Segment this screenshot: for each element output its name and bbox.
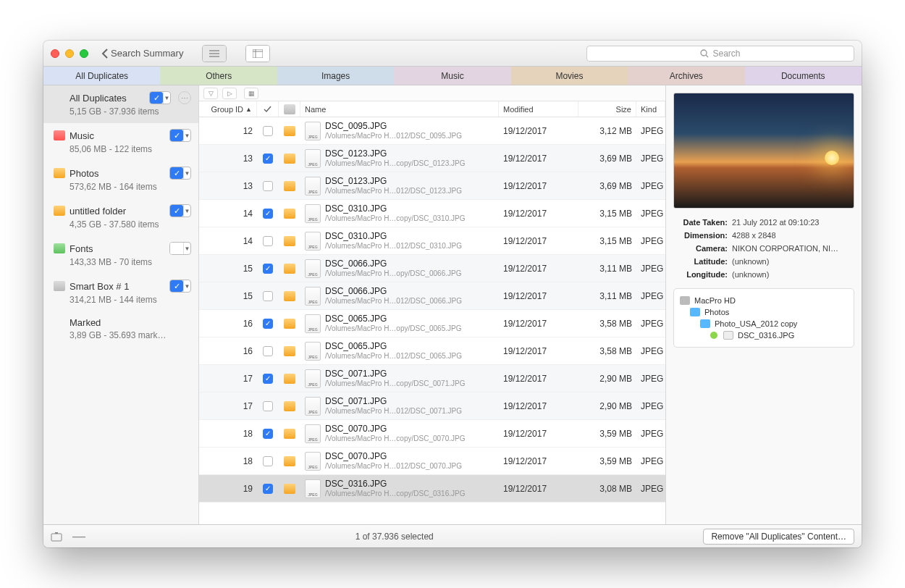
- tab-music[interactable]: Music: [394, 67, 510, 85]
- remove-button[interactable]: Remove "All Duplicates" Content…: [703, 529, 854, 545]
- meta-row: Longitude:(unknown): [673, 268, 854, 281]
- add-source-icon[interactable]: [51, 532, 64, 542]
- cell-kind: JPEG: [636, 456, 665, 466]
- remove-source-icon[interactable]: —: [72, 529, 85, 544]
- col-check[interactable]: [257, 101, 279, 117]
- row-checkbox[interactable]: [263, 181, 273, 191]
- minimize-icon[interactable]: [65, 49, 74, 58]
- col-group-id[interactable]: Group ID ▲: [199, 101, 257, 117]
- search-field[interactable]: Search: [586, 46, 854, 62]
- back-button[interactable]: Search Summary: [101, 48, 183, 59]
- meta-value: (unknown): [732, 257, 854, 266]
- tab-all-duplicates[interactable]: All Duplicates: [43, 67, 160, 85]
- document-icon: [723, 331, 733, 340]
- col-size[interactable]: Size: [578, 101, 636, 117]
- row-checkbox[interactable]: ✓: [263, 374, 273, 384]
- table-row[interactable]: 18JPEGDSC_0070.JPG/Volumes/MacPro H…012/…: [199, 448, 665, 475]
- zoom-icon[interactable]: [80, 49, 88, 58]
- grid-button[interactable]: ▦: [244, 88, 258, 99]
- window-controls: [51, 49, 88, 58]
- col-name[interactable]: Name: [300, 101, 499, 117]
- file-name: DSC_0310.JPG: [325, 232, 462, 242]
- sidebar-checkbox[interactable]: ▼: [169, 242, 191, 255]
- row-checkbox[interactable]: ✓: [263, 154, 273, 164]
- sidebar-item-fonts[interactable]: Fonts▼143,33 MB - 70 items: [43, 236, 198, 274]
- path-row[interactable]: Photo_USA_2012 copy: [680, 318, 848, 329]
- file-name: DSC_0066.JPG: [325, 259, 461, 269]
- row-checkbox[interactable]: [263, 291, 273, 301]
- view-segment-2[interactable]: [245, 45, 270, 62]
- file-list-pane: ▽ ▷ ▦ Group ID ▲ Name Modified Size Kind…: [199, 85, 666, 524]
- cell-kind: JPEG: [636, 126, 665, 136]
- row-checkbox[interactable]: ✓: [263, 209, 273, 219]
- tab-movies[interactable]: Movies: [511, 67, 628, 85]
- row-checkbox[interactable]: [263, 346, 273, 356]
- filter-button[interactable]: ▽: [203, 88, 218, 99]
- view-segment-1[interactable]: [202, 45, 227, 62]
- close-icon[interactable]: [51, 49, 59, 58]
- row-checkbox[interactable]: [263, 126, 273, 136]
- table-row[interactable]: 14✓JPEGDSC_0310.JPG/Volumes/MacPro H…cop…: [199, 200, 665, 227]
- gear-icon[interactable]: ⋯: [178, 91, 191, 104]
- sidebar-checkbox[interactable]: ✓▼: [169, 280, 191, 293]
- tab-documents[interactable]: Documents: [745, 67, 862, 85]
- sidebar-item-untitled-folder[interactable]: untitled folder✓▼4,35 GB - 37.580 items: [43, 198, 198, 236]
- table-row[interactable]: 16✓JPEGDSC_0065.JPG/Volumes/MacPro H…opy…: [199, 310, 665, 337]
- sidebar-checkbox[interactable]: ✓▼: [149, 91, 171, 104]
- row-checkbox[interactable]: ✓: [263, 429, 273, 439]
- col-folder[interactable]: [279, 101, 300, 117]
- sidebar-checkbox[interactable]: ✓▼: [169, 129, 191, 142]
- sidebar-item-music[interactable]: Music✓▼85,06 MB - 122 items: [43, 123, 198, 161]
- row-checkbox[interactable]: [263, 456, 273, 466]
- folder-icon: [284, 236, 295, 246]
- path-row[interactable]: Photos: [680, 306, 848, 318]
- cell-group-id: 18: [199, 456, 257, 466]
- row-checkbox[interactable]: ✓: [263, 319, 273, 329]
- table-row[interactable]: 13JPEGDSC_0123.JPG/Volumes/MacPro H…012/…: [199, 172, 665, 200]
- file-path: /Volumes/MacPro H…012/DSC_0095.JPG: [325, 132, 462, 140]
- sidebar-item-all-duplicates[interactable]: All Duplicates✓▼⋯5,15 GB - 37.936 items: [43, 85, 198, 123]
- cell-size: 3,59 MB: [578, 429, 636, 439]
- table-row[interactable]: 14JPEGDSC_0310.JPG/Volumes/MacPro H…012/…: [199, 227, 665, 255]
- table-row[interactable]: 12JPEGDSC_0095.JPG/Volumes/MacPro H…012/…: [199, 117, 665, 145]
- svg-rect-0: [253, 49, 263, 58]
- sidebar-item-label: All Duplicates: [70, 93, 145, 104]
- path-row[interactable]: MacPro HD: [680, 295, 848, 306]
- table-row[interactable]: 18✓JPEGDSC_0070.JPG/Volumes/MacPro H…cop…: [199, 420, 665, 448]
- tab-images[interactable]: Images: [277, 67, 394, 85]
- file-name: DSC_0123.JPG: [325, 177, 462, 187]
- table-row[interactable]: 15✓JPEGDSC_0066.JPG/Volumes/MacPro H…opy…: [199, 255, 665, 282]
- row-checkbox[interactable]: [263, 401, 273, 411]
- sidebar-item-label: Smart Box # 1: [70, 281, 165, 292]
- view-list-button[interactable]: [203, 46, 226, 62]
- file-path: /Volumes/MacPro H…copy/DSC_0123.JPG: [325, 159, 465, 168]
- row-checkbox[interactable]: [263, 236, 273, 246]
- row-checkbox[interactable]: ✓: [263, 484, 273, 494]
- table-row[interactable]: 16JPEGDSC_0065.JPG/Volumes/MacPro H…012/…: [199, 337, 665, 365]
- tab-others[interactable]: Others: [160, 67, 277, 85]
- row-checkbox[interactable]: ✓: [263, 264, 273, 274]
- sidebar-item-smart-box-1[interactable]: Smart Box # 1✓▼314,21 MB - 144 items: [43, 274, 198, 311]
- file-name: DSC_0066.JPG: [325, 287, 462, 297]
- tab-archives[interactable]: Archives: [628, 67, 744, 85]
- jpeg-icon: JPEG: [305, 287, 321, 306]
- col-kind[interactable]: Kind: [636, 101, 665, 117]
- file-path: /Volumes/MacPro H…copy/DSC_0070.JPG: [325, 434, 465, 443]
- path-row[interactable]: DSC_0316.JPG: [680, 329, 848, 341]
- cell-kind: JPEG: [636, 374, 665, 384]
- file-path: /Volumes/MacPro H…copy/DSC_0071.JPG: [325, 379, 465, 388]
- col-modified[interactable]: Modified: [499, 101, 578, 117]
- file-path: /Volumes/MacPro H…copy/DSC_0310.JPG: [325, 214, 465, 223]
- view-columns-button[interactable]: [246, 46, 269, 62]
- play-button[interactable]: ▷: [222, 88, 237, 99]
- sidebar-item-photos[interactable]: Photos✓▼573,62 MB - 164 items: [43, 161, 198, 198]
- sidebar-checkbox[interactable]: ✓▼: [169, 167, 191, 180]
- table-row[interactable]: 17✓JPEGDSC_0071.JPG/Volumes/MacPro H…cop…: [199, 365, 665, 392]
- table-rows[interactable]: 12JPEGDSC_0095.JPG/Volumes/MacPro H…012/…: [199, 117, 665, 524]
- table-row[interactable]: 19✓JPEGDSC_0316.JPG/Volumes/MacPro H…cop…: [199, 475, 665, 503]
- table-row[interactable]: 17JPEGDSC_0071.JPG/Volumes/MacPro H…012/…: [199, 392, 665, 420]
- table-row[interactable]: 15JPEGDSC_0066.JPG/Volumes/MacPro H…012/…: [199, 282, 665, 310]
- table-row[interactable]: 13✓JPEGDSC_0123.JPG/Volumes/MacPro H…cop…: [199, 145, 665, 172]
- sidebar-item-marked[interactable]: Marked3,89 GB - 35.693 mark…: [43, 311, 198, 347]
- sidebar-checkbox[interactable]: ✓▼: [169, 204, 191, 217]
